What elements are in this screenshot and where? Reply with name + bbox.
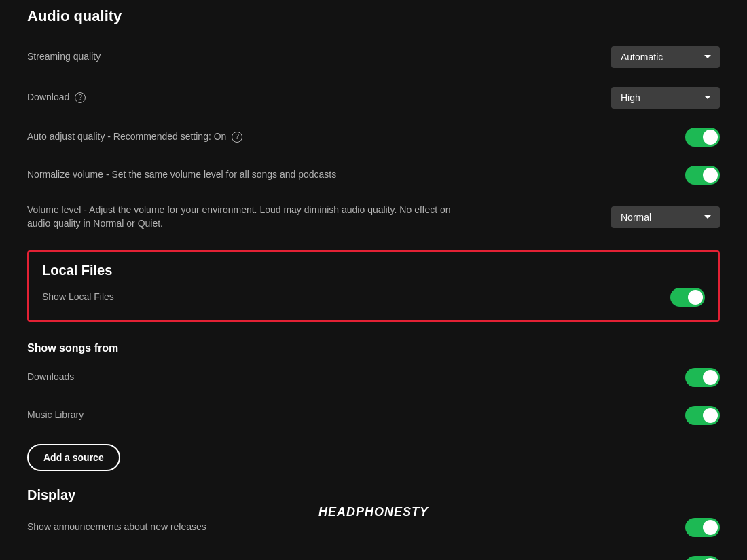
show-overlay-toggle[interactable] xyxy=(685,556,720,560)
auto-adjust-row: Auto adjust quality - Recommended settin… xyxy=(27,118,720,156)
show-announcements-slider xyxy=(685,518,720,537)
streaming-quality-dropdown[interactable]: Automatic Low Normal High Very High xyxy=(611,46,720,68)
show-announcements-label: Show announcements about new releases xyxy=(27,521,206,534)
show-local-files-label: Show Local Files xyxy=(42,291,114,304)
normalize-volume-label: Normalize volume - Set the same volume l… xyxy=(27,168,336,182)
display-title: Display xyxy=(27,487,720,503)
show-announcements-row: Show announcements about new releases xyxy=(27,508,720,546)
streaming-quality-label: Streaming quality xyxy=(27,50,101,64)
show-overlay-slider xyxy=(685,556,720,560)
music-library-slider xyxy=(685,406,720,425)
show-local-files-row: Show Local Files xyxy=(42,285,705,310)
music-library-toggle[interactable] xyxy=(685,406,720,425)
streaming-quality-row: Streaming quality Automatic Low Normal H… xyxy=(27,37,720,77)
auto-adjust-slider xyxy=(685,128,720,147)
downloads-toggle[interactable] xyxy=(685,368,720,387)
local-files-section: Local Files Show Local Files xyxy=(27,250,720,322)
add-source-button[interactable]: Add a source xyxy=(27,444,120,471)
auto-adjust-toggle[interactable] xyxy=(685,128,720,147)
show-songs-from-title: Show songs from xyxy=(27,333,720,358)
downloads-slider xyxy=(685,368,720,387)
show-local-files-slider xyxy=(670,288,705,307)
auto-adjust-info-icon[interactable]: ? xyxy=(232,132,242,143)
volume-level-label: Volume level - Adjust the volume for you… xyxy=(27,204,469,230)
audio-quality-header: Audio quality xyxy=(27,7,720,26)
auto-adjust-label: Auto adjust quality - Recommended settin… xyxy=(27,130,242,144)
download-info-icon[interactable]: ? xyxy=(75,92,86,103)
download-quality-label: Download ? xyxy=(27,91,86,105)
download-quality-row: Download ? High Low Normal Very High xyxy=(27,77,720,118)
normalize-volume-row: Normalize volume - Set the same volume l… xyxy=(27,156,720,194)
show-local-files-toggle[interactable] xyxy=(670,288,705,307)
local-files-title: Local Files xyxy=(42,263,705,278)
downloads-label: Downloads xyxy=(27,371,74,384)
normalize-volume-toggle[interactable] xyxy=(685,166,720,185)
volume-level-row: Volume level - Adjust the volume for you… xyxy=(27,194,720,240)
music-library-row: Music Library xyxy=(27,396,720,434)
download-quality-dropdown[interactable]: High Low Normal Very High xyxy=(611,87,720,109)
normalize-volume-slider xyxy=(685,166,720,185)
volume-level-dropdown[interactable]: Normal Quiet Loud xyxy=(611,206,720,228)
downloads-row: Downloads xyxy=(27,358,720,396)
show-overlay-row: Show desktop overlay when using media ke… xyxy=(27,546,720,560)
show-announcements-toggle[interactable] xyxy=(685,518,720,537)
music-library-label: Music Library xyxy=(27,409,84,422)
